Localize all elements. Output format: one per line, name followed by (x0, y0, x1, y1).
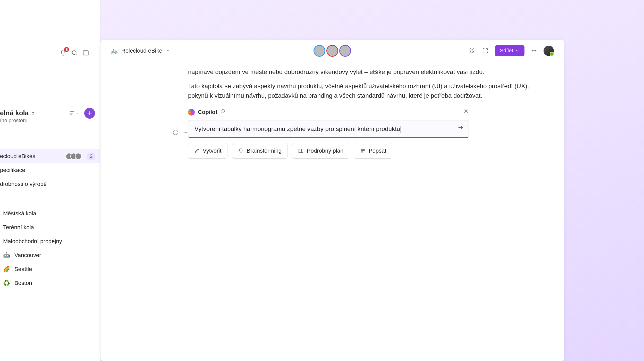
page-avatars (68, 153, 82, 160)
paragraph: napínavé dojíždění ve městě nebo dobrodr… (188, 67, 541, 77)
subpage-item-city[interactable]: Městská kola (0, 207, 100, 220)
notifications-icon[interactable]: 8 (59, 49, 67, 57)
comment-icon[interactable] (172, 129, 179, 136)
sidebar-top-icons: 8 (59, 49, 90, 57)
city-item-seattle[interactable]: 🌈 Seattle (0, 262, 100, 276)
chip-brainstorm[interactable]: Brainstorming (232, 143, 288, 159)
share-label: Sdílet (500, 48, 513, 54)
svg-point-5 (473, 51, 474, 53)
page-label: Městská kola (3, 210, 36, 217)
svg-point-6 (532, 50, 532, 51)
city-emoji: 🤖 (3, 252, 10, 259)
page-label: ecloud eBikes (0, 153, 35, 160)
copilot-prompt-text: Vytvoření tabulky harmonogramu zpětné va… (194, 124, 400, 134)
chevron-updown-icon[interactable] (31, 111, 35, 116)
copilot-panel: Copilot Vytvoření tabulky harmonogramu z… (188, 108, 469, 159)
sidebar: 8 elná kola ího prostoru ecloud eBikes (0, 0, 100, 361)
city-label: Seattle (14, 266, 32, 273)
panel-toggle-icon[interactable] (82, 49, 90, 57)
chip-label: Popsat (369, 146, 386, 155)
presence-avatar[interactable] (326, 45, 338, 57)
avatar (75, 153, 82, 160)
document-body: napínavé dojíždění ve městě nebo dobrodr… (100, 62, 564, 159)
bulb-icon (238, 148, 244, 154)
svg-rect-1 (83, 51, 88, 55)
notifications-badge: 8 (64, 47, 69, 52)
info-icon[interactable] (221, 109, 225, 116)
subpage-item-terrain[interactable]: Terénní kola (0, 220, 100, 234)
paragraph: Tato kapitola se zabývá aspekty návrhu p… (188, 81, 541, 100)
presence-avatars (313, 45, 351, 57)
svg-point-0 (72, 51, 76, 54)
copilot-input[interactable]: Vytvoření tabulky harmonogramu zpětné va… (188, 120, 469, 138)
page-label: Maloobchodní prodejny (3, 238, 62, 245)
page-badge: 2 (87, 153, 95, 160)
text-caret (401, 126, 401, 133)
city-item-vancouver[interactable]: 🤖 Vancouver (0, 248, 100, 262)
sort-icon[interactable] (69, 110, 80, 116)
svg-point-9 (185, 132, 185, 133)
share-button[interactable]: Sdílet (495, 45, 524, 56)
city-emoji: 🌈 (3, 266, 10, 273)
city-item-boston[interactable]: ♻️ Boston (0, 276, 100, 290)
apps-icon[interactable] (468, 47, 476, 55)
more-icon[interactable] (530, 47, 538, 55)
svg-point-3 (473, 48, 474, 50)
document-card: 🚲 Relecloud eBike Sdílet (100, 40, 564, 361)
workspace-title[interactable]: elná kola (0, 109, 29, 117)
bike-icon: 🚲 (111, 47, 118, 54)
chip-describe[interactable]: Popsat (354, 143, 392, 159)
svg-point-7 (533, 50, 534, 51)
document-header: 🚲 Relecloud eBike Sdílet (100, 40, 564, 62)
city-emoji: ♻️ (3, 280, 10, 286)
page-item-spec[interactable]: pecifikace (0, 163, 100, 177)
document-title-text: Relecloud eBike (121, 47, 162, 54)
subpage-item-retail[interactable]: Maloobchodní prodejny (0, 234, 100, 248)
lines-icon (360, 148, 366, 154)
page-label: pecifikace (0, 167, 25, 174)
main: 🚲 Relecloud eBike Sdílet (100, 0, 644, 361)
copilot-header: Copilot (188, 108, 469, 117)
presence-avatar[interactable] (313, 45, 325, 57)
page-list: ecloud eBikes 2 pecifikace drobnosti o v… (0, 149, 100, 290)
svg-point-4 (470, 51, 471, 53)
page-item-manufacturing[interactable]: drobnosti o výrobě (0, 177, 100, 191)
focus-icon[interactable] (481, 47, 489, 55)
chip-label: Vytvořit (203, 146, 222, 155)
svg-point-2 (470, 48, 471, 50)
copilot-chips: Vytvořit Brainstorming Podrobný plán Pop… (188, 143, 469, 159)
map-icon (298, 148, 304, 154)
chip-create[interactable]: Vytvořit (188, 143, 227, 159)
search-icon[interactable] (71, 49, 78, 57)
page-item-ebikes[interactable]: ecloud eBikes 2 (0, 149, 100, 163)
city-label: Boston (14, 280, 32, 286)
chevron-down-icon[interactable] (166, 48, 170, 53)
header-actions: Sdílet (468, 45, 554, 56)
page-label: Terénní kola (3, 224, 34, 231)
svg-point-10 (187, 132, 187, 133)
document-title[interactable]: 🚲 Relecloud eBike (111, 47, 170, 54)
close-icon[interactable] (463, 108, 469, 117)
copilot-name: Copilot (198, 108, 217, 117)
presence-avatar[interactable] (339, 45, 351, 57)
svg-point-8 (535, 50, 536, 51)
city-label: Vancouver (14, 252, 41, 259)
copilot-logo-icon (188, 109, 195, 116)
chip-label: Brainstorming (247, 146, 282, 155)
chip-label: Podrobný plán (307, 146, 343, 155)
sidebar-toolbar (69, 108, 95, 119)
margin-actions (172, 129, 191, 136)
send-icon[interactable] (457, 124, 464, 134)
user-avatar[interactable] (544, 46, 554, 56)
page-label: drobnosti o výrobě (0, 181, 47, 187)
add-button[interactable] (84, 108, 95, 119)
chip-plan[interactable]: Podrobný plán (292, 143, 349, 159)
pen-icon (194, 148, 200, 154)
